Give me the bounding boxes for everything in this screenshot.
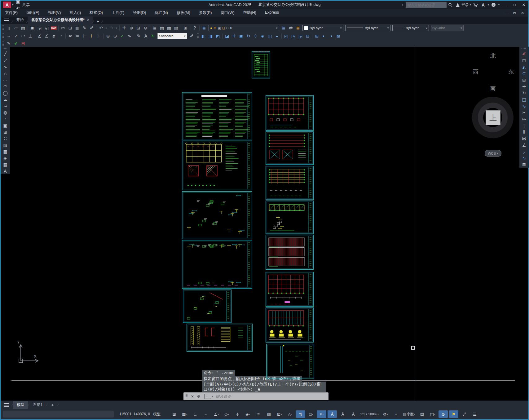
signin-caret-icon[interactable]: ▾ (470, 3, 471, 6)
signin-label[interactable]: 登录 (461, 2, 469, 7)
selection-filter-icon[interactable]: □▾ (306, 410, 316, 418)
scale-display[interactable]: 1:1 / 100%▾ (359, 410, 380, 418)
collapse-search-icon[interactable]: ▸ (402, 3, 403, 6)
layer-unlock-icon[interactable]: ◻ (222, 26, 225, 30)
extend-icon[interactable]: ↦ (520, 116, 528, 122)
chevron-down-icon[interactable]: ▾ (186, 413, 187, 416)
command-bar-grip[interactable] (186, 394, 187, 399)
menu-item-11[interactable]: 帮助(H) (239, 10, 260, 15)
search-input[interactable] (406, 2, 447, 8)
drawing-sheet-elevation-mech[interactable] (266, 307, 314, 343)
dim-aligned-icon[interactable]: ↗ (12, 33, 20, 39)
dim-baseline-icon[interactable]: ⊨ (74, 33, 81, 39)
drawing-sheet-foundation-plan[interactable] (182, 141, 252, 190)
wcs-dropdown[interactable]: WCS▾ (485, 150, 501, 157)
chevron-down-icon[interactable]: ▾ (212, 395, 213, 398)
dim-arc-icon[interactable]: ◠ (20, 33, 27, 39)
dim-angular2-icon[interactable]: ∡ (36, 33, 43, 39)
solid-copyface-icon[interactable]: ◫ (266, 33, 273, 39)
solid-union-icon[interactable]: ◧ (200, 33, 207, 39)
layer-delete-icon[interactable]: ⊟ (20, 40, 27, 47)
ortho-icon[interactable]: ⌐ (201, 410, 210, 418)
tab-document[interactable]: 北京某公交站办公楼结构设计图* ✕ (28, 16, 93, 24)
lineweight-icon[interactable]: ≡ (254, 410, 263, 418)
refedit-icon[interactable]: ✎ (5, 40, 12, 47)
dim-update-icon[interactable]: ↻ (149, 33, 156, 39)
offset-icon[interactable]: ⊆ (520, 70, 528, 77)
solid-imprint-icon[interactable]: ⊠ (335, 33, 342, 39)
drawing-sheet-braced-frame[interactable] (266, 131, 314, 165)
layout-hamburger-icon[interactable] (1, 401, 12, 409)
drawing-sheet-roof-grid[interactable] (266, 95, 314, 131)
cut-icon[interactable]: ✂ (60, 25, 67, 31)
layer-combo[interactable]: ●☀▣◻□ 0 ∨ (209, 25, 279, 31)
drawing-sheet-truss-elevation[interactable] (266, 201, 314, 234)
command-prompt-icon[interactable]: ›_ (204, 394, 211, 399)
dim-textedit-icon[interactable]: ✎ (135, 33, 142, 39)
clean-screen-icon[interactable]: ⤢ (460, 410, 469, 418)
dim-inspect-icon[interactable]: ✓ (119, 33, 126, 39)
dim-break-icon[interactable]: ⊦ (95, 33, 102, 39)
toolbar-grip[interactable] (3, 48, 8, 49)
polygon-icon[interactable]: ⌂ (2, 70, 9, 77)
layer-props-icon[interactable]: ≣ (201, 25, 208, 31)
infer-constraints-icon[interactable]: ∟ (191, 410, 200, 418)
rectangle-icon[interactable]: ▭ (2, 77, 9, 83)
copy-clip-icon[interactable]: ⊡ (67, 25, 74, 31)
drawing-sheet-title-block[interactable] (252, 51, 270, 78)
chevron-down-icon[interactable]: ▾ (312, 413, 313, 416)
drawing-sheet-joint-details-1[interactable] (182, 191, 252, 239)
qnew-icon[interactable]: ▯ (5, 25, 12, 31)
menu-item-8[interactable]: 修改(M) (172, 10, 195, 15)
color-combo[interactable]: ByLayer ∨ (302, 25, 343, 31)
mirror-icon[interactable]: ◭ (520, 64, 528, 70)
dim-angular-icon[interactable]: ∠ (43, 33, 50, 39)
dim-continue-icon[interactable]: ⊩ (81, 33, 88, 39)
rotate-icon[interactable]: ↻ (520, 90, 528, 96)
layer-match-icon[interactable]: ⇄ (287, 25, 294, 31)
solid-sweep-icon[interactable]: ◳ (290, 33, 297, 39)
pan-icon[interactable]: ✛ (121, 25, 128, 31)
insert-block-icon[interactable]: ▣ (2, 122, 9, 129)
help-icon[interactable]: ? (490, 2, 497, 8)
dim-quick-icon[interactable]: ≍ (67, 33, 74, 39)
selection-cycling-icon[interactable]: ⊡▾ (275, 410, 284, 418)
tab-close-icon[interactable]: ✕ (87, 18, 90, 22)
new-tab-button[interactable]: + (94, 19, 102, 24)
osnap-icon[interactable]: ◈▾ (243, 410, 253, 418)
paste-icon[interactable]: ▥ (74, 25, 81, 31)
drawing-sheet-general-notes[interactable] (182, 92, 252, 140)
drawing-sheet-door-detail[interactable] (187, 324, 253, 352)
menu-item-6[interactable]: 绘图(D) (129, 10, 150, 15)
graphics-performance-icon[interactable]: ⚑ (449, 410, 458, 418)
toolpalettes-icon[interactable]: ▦ (165, 25, 173, 31)
array-icon[interactable]: ⊞ (520, 77, 528, 83)
layer-on-bulb-icon[interactable]: ● (210, 26, 212, 30)
tab-layout1[interactable]: 布局1 (29, 401, 46, 409)
xline-icon[interactable]: ⤢ (2, 57, 9, 64)
hamburger-menu-icon[interactable] (1, 17, 12, 24)
solid-face-icon[interactable]: ▣ (238, 33, 245, 39)
viewcube-top[interactable]: 上 (486, 110, 500, 125)
chevron-down-icon[interactable]: ▾ (377, 413, 379, 416)
arc-icon[interactable]: ◠ (2, 83, 9, 90)
share-label[interactable]: 共享 (22, 2, 30, 7)
menu-item-12[interactable]: Express (261, 10, 283, 15)
undo-icon[interactable]: ↶ (97, 25, 104, 31)
linetype-combo[interactable]: ByLayer ∨ (345, 25, 390, 31)
zoom-previous-icon[interactable]: ⊙ (142, 25, 149, 31)
help-icon[interactable]: ? (191, 25, 198, 31)
blend-icon[interactable]: ∿ (520, 155, 528, 161)
line-icon[interactable]: ╱ (2, 51, 9, 57)
solid-clean-icon[interactable]: ◑ (328, 33, 335, 39)
dim-ordinate-icon[interactable]: ⊥ (27, 33, 34, 39)
copy-icon[interactable]: ⊡ (520, 57, 528, 64)
ellipse-icon[interactable]: ◍ (2, 109, 9, 116)
dim-textangle-icon[interactable]: A (142, 33, 149, 39)
layer-isolate-icon[interactable]: ≣ (294, 25, 302, 31)
dimstyle-combo[interactable]: Standard ∨ (157, 33, 187, 39)
menu-item-10[interactable]: 窗口(W) (216, 10, 239, 15)
make-block-icon[interactable]: ⊞ (2, 129, 9, 135)
compass-north-label[interactable]: 北 (490, 52, 496, 60)
transparency-icon[interactable]: ▨ (264, 410, 274, 418)
